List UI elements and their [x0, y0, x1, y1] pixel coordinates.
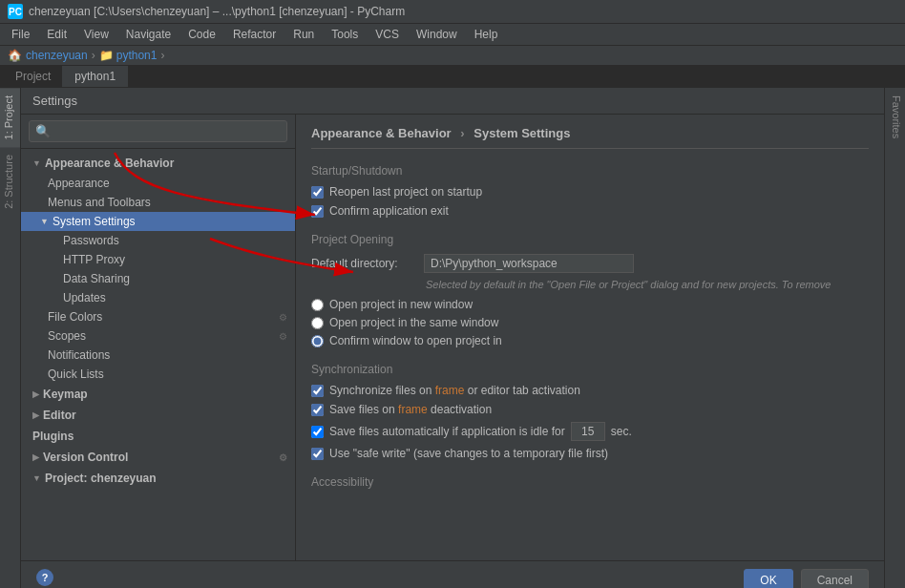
menu-tools[interactable]: Tools	[324, 26, 366, 43]
menu-bar: File Edit View Navigate Code Refactor Ru…	[0, 24, 905, 46]
window-title: chenzeyuan [C:\Users\chenzeyuan] – ...\p…	[29, 5, 405, 18]
idle-sec-label: sec.	[611, 425, 632, 438]
reopen-last-project-label: Reopen last project on startup	[329, 185, 482, 199]
dialog-footer: ? OK Cancel	[21, 560, 884, 588]
tree-group-project[interactable]: ▼ Project: chenzeyuan	[21, 468, 295, 489]
tree-subitem-updates[interactable]: Updates	[21, 288, 295, 307]
right-side-tabs: Favorites	[884, 88, 905, 588]
radio-same-window-input[interactable]	[311, 317, 324, 329]
settings-search-input[interactable]	[29, 120, 287, 142]
tree-item-appearance[interactable]: Appearance	[21, 174, 295, 193]
settings-dialog: Settings ▼ Appearance & Behavior Appeara…	[21, 88, 884, 588]
tabs-row: Project python1	[0, 66, 905, 88]
tree-group-editor[interactable]: ▶ Editor	[21, 405, 295, 426]
left-side-tabs: 1: Project 2: Structure	[0, 88, 21, 588]
tree-item-menus-toolbars[interactable]: Menus and Toolbars	[21, 193, 295, 212]
menu-vcs[interactable]: VCS	[368, 26, 407, 43]
confirm-exit-label: Confirm application exit	[329, 204, 449, 218]
expand-icon-vc: ▶	[32, 452, 39, 462]
tree-item-file-colors[interactable]: File Colors ⚙	[21, 307, 295, 326]
sync-files-checkbox[interactable]	[311, 385, 324, 397]
menu-run[interactable]: Run	[285, 26, 322, 43]
tree-item-quick-lists[interactable]: Quick Lists	[21, 365, 295, 384]
breadcrumb-module: 📁 python1	[99, 49, 158, 62]
synchronization-label: Synchronization	[311, 363, 869, 376]
default-directory-label: Default directory:	[311, 257, 416, 270]
radio-confirm-window: Confirm window to open project in	[311, 334, 869, 347]
idle-seconds-input[interactable]	[571, 422, 605, 441]
directory-hint: Selected by default in the "Open File or…	[426, 279, 869, 290]
save-deactivation-checkbox[interactable]	[311, 404, 324, 416]
breadcrumb-root[interactable]: 🏠	[8, 49, 22, 62]
settings-title: Settings	[21, 88, 884, 115]
tree-subitem-passwords[interactable]: Passwords	[21, 231, 295, 250]
project-opening-label: Project Opening	[311, 233, 869, 246]
side-tab-project[interactable]: 1: Project	[0, 88, 20, 147]
radio-new-window: Open project in new window	[311, 298, 869, 311]
cancel-button[interactable]: Cancel	[801, 569, 869, 588]
breadcrumb-project[interactable]: chenzeyuan	[26, 49, 88, 62]
default-directory-input[interactable]	[424, 254, 634, 273]
settings-tree: ▼ Appearance & Behavior Appearance Menus…	[21, 149, 295, 560]
radio-same-window: Open project in the same window	[311, 316, 869, 329]
save-deactivation-label: Save files on frame deactivation	[329, 403, 492, 416]
side-tab-structure[interactable]: 2: Structure	[0, 147, 20, 217]
tab-python1[interactable]: python1	[63, 66, 128, 87]
expand-icon-project: ▼	[32, 473, 41, 483]
settings-body: ▼ Appearance & Behavior Appearance Menus…	[21, 115, 884, 560]
tree-group-keymap[interactable]: ▶ Keymap	[21, 384, 295, 405]
synchronization-section: Synchronization Synchronize files on fra…	[311, 363, 869, 460]
breadcrumb: 🏠 chenzeyuan › 📁 python1 ›	[0, 46, 905, 66]
confirm-exit-checkbox[interactable]	[311, 205, 324, 218]
sync-files-label: Synchronize files on frame or editor tab…	[329, 384, 580, 397]
title-bar: PC chenzeyuan [C:\Users\chenzeyuan] – ..…	[0, 0, 905, 24]
main-area: 1: Project 2: Structure Settings ▼ Appea…	[0, 88, 905, 588]
project-opening-section: Project Opening Default directory: Selec…	[311, 233, 869, 347]
save-idle-checkbox[interactable]	[311, 426, 324, 438]
settings-path: Appearance & Behavior › System Settings	[311, 126, 869, 149]
tree-group-appearance-behavior[interactable]: ▼ Appearance & Behavior	[21, 153, 295, 174]
accessibility-label: Accessibility	[311, 475, 869, 489]
tree-subitem-http-proxy[interactable]: HTTP Proxy	[21, 250, 295, 269]
menu-file[interactable]: File	[4, 26, 37, 43]
menu-navigate[interactable]: Navigate	[118, 26, 179, 43]
radio-confirm-window-input[interactable]	[311, 335, 324, 347]
startup-shutdown-section: Startup/Shutdown Reopen last project on …	[311, 164, 869, 218]
save-idle-row: Save files automatically if application …	[311, 422, 869, 441]
help-button[interactable]: ?	[36, 569, 53, 588]
default-directory-row: Default directory:	[311, 254, 869, 273]
tree-group-version-control[interactable]: ▶ Version Control ⚙	[21, 447, 295, 468]
radio-new-window-input[interactable]	[311, 299, 324, 311]
menu-help[interactable]: Help	[467, 26, 506, 43]
tree-subitem-data-sharing[interactable]: Data Sharing	[21, 269, 295, 288]
settings-right-panel: Appearance & Behavior › System Settings …	[296, 115, 884, 560]
expand-icon-editor: ▶	[32, 410, 39, 420]
reopen-last-project-row: Reopen last project on startup	[311, 185, 869, 199]
tree-item-notifications[interactable]: Notifications	[21, 346, 295, 365]
menu-window[interactable]: Window	[409, 26, 465, 43]
menu-refactor[interactable]: Refactor	[225, 26, 284, 43]
help-icon[interactable]: ?	[36, 569, 53, 586]
sync-files-row: Synchronize files on frame or editor tab…	[311, 384, 869, 397]
radio-confirm-window-label: Confirm window to open project in	[329, 334, 502, 347]
menu-code[interactable]: Code	[180, 26, 223, 43]
reopen-last-project-checkbox[interactable]	[311, 186, 324, 199]
settings-search-container	[21, 115, 295, 149]
ok-button[interactable]: OK	[744, 569, 792, 588]
safe-write-row: Use "safe write" (save changes to a temp…	[311, 447, 869, 460]
tree-item-system-settings[interactable]: ▼ System Settings	[21, 212, 295, 231]
expand-icon-keymap: ▶	[32, 389, 39, 399]
safe-write-checkbox[interactable]	[311, 448, 324, 460]
save-idle-label: Save files automatically if application …	[329, 425, 565, 438]
menu-edit[interactable]: Edit	[39, 26, 74, 43]
collapse-icon-system: ▼	[40, 217, 49, 226]
right-tab-favorites[interactable]: Favorites	[885, 88, 905, 146]
radio-same-window-label: Open project in the same window	[329, 316, 498, 329]
confirm-exit-row: Confirm application exit	[311, 204, 869, 218]
menu-view[interactable]: View	[76, 26, 116, 43]
tree-item-scopes[interactable]: Scopes ⚙	[21, 326, 295, 346]
safe-write-label: Use "safe write" (save changes to a temp…	[329, 447, 608, 460]
tree-group-plugins[interactable]: Plugins	[21, 426, 295, 447]
radio-new-window-label: Open project in new window	[329, 298, 473, 311]
tab-project[interactable]: Project	[4, 66, 63, 87]
